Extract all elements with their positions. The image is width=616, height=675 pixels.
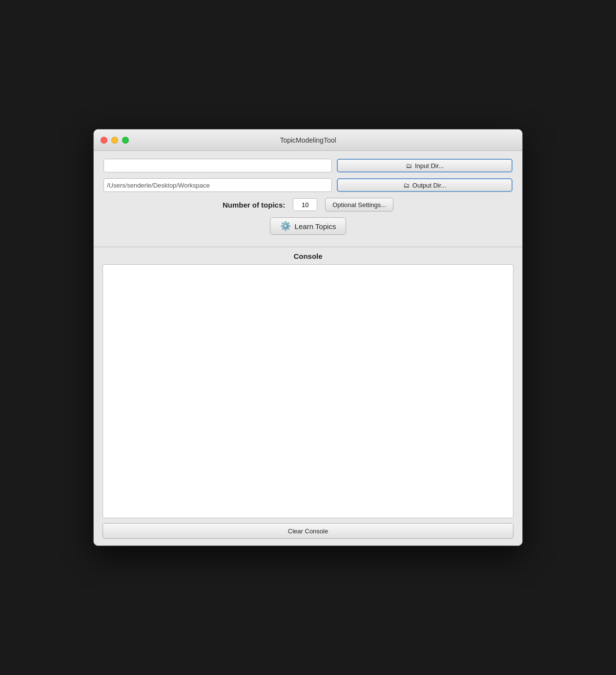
main-window: TopicModelingTool 🗂 Input Dir... 🗂 Outpu… — [93, 129, 523, 546]
input-dir-button[interactable]: 🗂 Input Dir... — [337, 159, 513, 172]
optional-settings-label: Optional Settings... — [332, 201, 386, 209]
bottom-bar: Clear Console — [94, 518, 522, 546]
gear-icon: ⚙️ — [280, 221, 291, 232]
minimize-button[interactable] — [111, 137, 118, 144]
console-area — [103, 264, 513, 518]
folder-icon-2: 🗂 — [403, 182, 410, 189]
learn-topics-label: Learn Topics — [295, 222, 336, 231]
topics-label: Number of topics: — [223, 201, 285, 209]
titlebar: TopicModelingTool — [94, 129, 522, 151]
close-button[interactable] — [101, 137, 107, 144]
output-dir-label: Output Dir... — [412, 182, 446, 189]
toolbar: 🗂 Input Dir... 🗂 Output Dir... Number of… — [94, 151, 522, 247]
learn-topics-button[interactable]: ⚙️ Learn Topics — [270, 217, 347, 235]
output-row: 🗂 Output Dir... — [103, 178, 513, 192]
options-row: Number of topics: Optional Settings... — [103, 198, 513, 211]
output-path-field[interactable] — [103, 178, 332, 192]
traffic-lights — [101, 137, 129, 144]
maximize-button[interactable] — [122, 137, 129, 144]
folder-icon: 🗂 — [406, 162, 412, 169]
output-dir-button[interactable]: 🗂 Output Dir... — [337, 178, 513, 192]
console-section: Console — [94, 247, 522, 518]
optional-settings-button[interactable]: Optional Settings... — [325, 198, 393, 211]
clear-console-button[interactable]: Clear Console — [103, 523, 513, 539]
learn-row: ⚙️ Learn Topics — [103, 217, 513, 235]
input-row: 🗂 Input Dir... — [103, 159, 513, 172]
window-title: TopicModelingTool — [280, 136, 336, 144]
topics-input[interactable] — [293, 198, 317, 211]
console-title: Console — [94, 247, 522, 264]
input-path-field[interactable] — [103, 159, 332, 172]
input-dir-label: Input Dir... — [415, 162, 444, 169]
console-output[interactable] — [105, 267, 511, 516]
